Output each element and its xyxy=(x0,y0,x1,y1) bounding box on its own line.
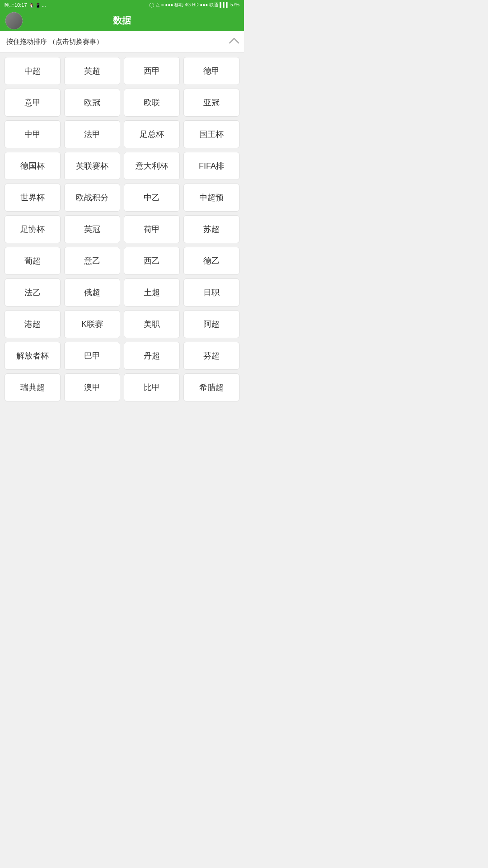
league-item[interactable]: 日职 xyxy=(183,278,239,307)
league-item[interactable]: 世界杯 xyxy=(5,184,61,212)
league-item[interactable]: 中乙 xyxy=(124,184,180,212)
league-item[interactable]: 西甲 xyxy=(124,57,180,85)
league-item[interactable]: 瑞典超 xyxy=(5,373,61,401)
league-item[interactable]: 亚冠 xyxy=(183,89,239,117)
league-item[interactable]: 葡超 xyxy=(5,247,61,275)
league-item[interactable]: 巴甲 xyxy=(64,342,120,370)
status-right: ◯ △ ≈ ●●● 移动 4G HD ●●● 联通 ▌▌▌ 57% xyxy=(149,2,239,8)
leagues-grid: 中超英超西甲德甲意甲欧冠欧联亚冠中甲法甲足总杯国王杯德国杯英联赛杯意大利杯FIF… xyxy=(0,52,244,406)
app-header: 数据 xyxy=(0,10,244,31)
page-title: 数据 xyxy=(113,14,131,27)
league-item[interactable]: 中甲 xyxy=(5,120,61,148)
league-item[interactable]: 中超预 xyxy=(183,184,239,212)
league-item[interactable]: 英联赛杯 xyxy=(64,152,120,180)
league-item[interactable]: 意甲 xyxy=(5,89,61,117)
league-item[interactable]: 比甲 xyxy=(124,373,180,401)
league-item[interactable]: 法甲 xyxy=(64,120,120,148)
league-item[interactable]: 阿超 xyxy=(183,310,239,338)
sort-sub-text: （点击切换赛事） xyxy=(49,38,103,45)
league-item[interactable]: FIFA排 xyxy=(183,152,239,180)
league-item[interactable]: 港超 xyxy=(5,310,61,338)
league-item[interactable]: 足总杯 xyxy=(124,120,180,148)
league-item[interactable]: 德国杯 xyxy=(5,152,61,180)
sort-bar-label: 按住拖动排序 （点击切换赛事） xyxy=(6,38,103,46)
league-item[interactable]: 中超 xyxy=(5,57,61,85)
network-info: ◯ △ ≈ ●●● 移动 4G HD ●●● 联通 ▌▌▌ 57% xyxy=(149,2,239,8)
league-item[interactable]: 欧战积分 xyxy=(64,184,120,212)
league-item[interactable]: 西乙 xyxy=(124,247,180,275)
status-bar: 晚上10:17 🐧 📱 ... ◯ △ ≈ ●●● 移动 4G HD ●●● 联… xyxy=(0,0,244,10)
league-item[interactable]: 芬超 xyxy=(183,342,239,370)
league-item[interactable]: 解放者杯 xyxy=(5,342,61,370)
league-item[interactable]: 丹超 xyxy=(124,342,180,370)
avatar[interactable] xyxy=(5,12,23,29)
league-item[interactable]: 希腊超 xyxy=(183,373,239,401)
league-item[interactable]: 俄超 xyxy=(64,278,120,307)
league-item[interactable]: 德乙 xyxy=(183,247,239,275)
league-item[interactable]: 苏超 xyxy=(183,215,239,243)
league-item[interactable]: 欧联 xyxy=(124,89,180,117)
league-item[interactable]: 国王杯 xyxy=(183,120,239,148)
status-time: 晚上10:17 🐧 📱 ... xyxy=(5,2,46,9)
league-item[interactable]: 美职 xyxy=(124,310,180,338)
league-item[interactable]: 足协杯 xyxy=(5,215,61,243)
collapse-icon[interactable] xyxy=(229,38,239,48)
league-item[interactable]: 英冠 xyxy=(64,215,120,243)
league-item[interactable]: 英超 xyxy=(64,57,120,85)
sort-bar: 按住拖动排序 （点击切换赛事） xyxy=(0,31,244,52)
sort-main-text: 按住拖动排序 xyxy=(6,38,47,45)
league-item[interactable]: 意乙 xyxy=(64,247,120,275)
time-text: 晚上10:17 xyxy=(5,2,27,9)
league-item[interactable]: 德甲 xyxy=(183,57,239,85)
notification-icons: 🐧 📱 ... xyxy=(29,3,46,8)
league-item[interactable]: K联赛 xyxy=(64,310,120,338)
league-item[interactable]: 澳甲 xyxy=(64,373,120,401)
league-item[interactable]: 欧冠 xyxy=(64,89,120,117)
league-item[interactable]: 土超 xyxy=(124,278,180,307)
league-item[interactable]: 法乙 xyxy=(5,278,61,307)
league-item[interactable]: 意大利杯 xyxy=(124,152,180,180)
league-item[interactable]: 荷甲 xyxy=(124,215,180,243)
